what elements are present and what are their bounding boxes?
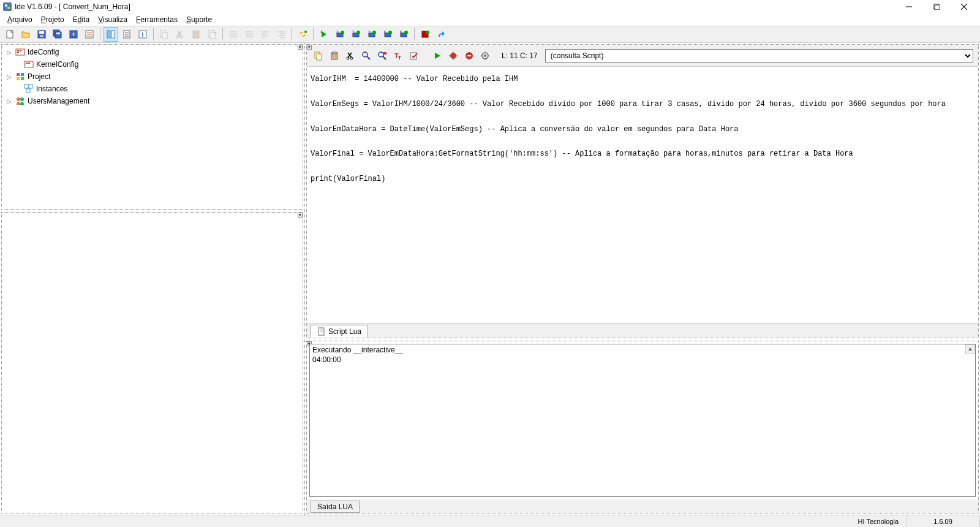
svg-point-87 bbox=[20, 97, 24, 101]
minimize-button[interactable] bbox=[895, 0, 922, 13]
titlebar: Ide V1.6.09 - [ Convert_Num_Hora] bbox=[0, 0, 980, 13]
svg-rect-11 bbox=[40, 35, 43, 37]
outdent-button[interactable] bbox=[226, 27, 241, 42]
tasks-button[interactable] bbox=[82, 27, 97, 42]
svg-rect-75 bbox=[17, 52, 19, 53]
main-toolbar: i + X X Y Y K K bbox=[0, 26, 980, 43]
editor-paste-button[interactable] bbox=[328, 49, 341, 63]
panel-handle[interactable]: ▾ bbox=[298, 45, 303, 50]
save-run-y2-button[interactable]: Y bbox=[364, 27, 379, 42]
copy-plus-button[interactable]: + bbox=[205, 27, 219, 42]
svg-rect-77 bbox=[26, 63, 28, 64]
align-right-button[interactable] bbox=[274, 27, 288, 42]
align-left-button[interactable] bbox=[258, 27, 273, 42]
editor-panel: ▾ TT L: 11 C: 17 (consulta Script) Va bbox=[306, 44, 979, 338]
menu-ferramentas[interactable]: Ferramentas bbox=[132, 14, 181, 25]
editor-replace-button[interactable] bbox=[375, 49, 389, 63]
toolbar-separator bbox=[153, 28, 154, 40]
tree-item-ideconfig[interactable]: ▷ IdeConfig bbox=[3, 46, 301, 58]
tree-label: KernelConfig bbox=[36, 60, 78, 69]
expander-icon[interactable]: ▷ bbox=[6, 49, 13, 56]
output-console[interactable]: Executando __interactive__ 04:00:00 bbox=[309, 344, 976, 497]
app-icon bbox=[2, 2, 12, 12]
open-file-button[interactable] bbox=[18, 27, 33, 42]
svg-point-98 bbox=[379, 52, 383, 57]
paste-button[interactable] bbox=[189, 27, 203, 42]
stop-button[interactable] bbox=[418, 27, 432, 42]
script-search-select[interactable]: (consulta Script) bbox=[545, 49, 973, 63]
left-column: ▾ ▷ IdeConfig KernelConfig ▷ Project bbox=[0, 43, 305, 515]
scroll-up-button[interactable] bbox=[965, 344, 975, 354]
svg-point-104 bbox=[450, 53, 456, 59]
svg-rect-73 bbox=[17, 50, 19, 51]
editor-cut-button[interactable] bbox=[344, 49, 357, 63]
document-icon bbox=[317, 327, 326, 336]
editor-debug-button[interactable] bbox=[447, 49, 460, 63]
svg-rect-84 bbox=[29, 85, 32, 88]
svg-point-96 bbox=[363, 52, 368, 57]
svg-rect-85 bbox=[26, 89, 30, 93]
code-editor[interactable]: ValorIHM = 14400000 -- Valor Recebido pe… bbox=[307, 67, 978, 323]
save-all-button[interactable] bbox=[50, 27, 65, 42]
export-arrow-button[interactable] bbox=[434, 27, 448, 42]
view-doc-button[interactable] bbox=[119, 27, 134, 42]
svg-text:X: X bbox=[320, 30, 323, 34]
svg-rect-91 bbox=[333, 52, 336, 54]
run-x-button[interactable]: X bbox=[317, 27, 331, 42]
info-button[interactable]: i bbox=[135, 27, 150, 42]
svg-line-99 bbox=[383, 56, 386, 59]
run-y-button[interactable]: X bbox=[333, 27, 347, 42]
link-button[interactable] bbox=[295, 27, 310, 42]
svg-text:T: T bbox=[398, 55, 401, 61]
svg-point-86 bbox=[17, 97, 20, 101]
panel-handle[interactable]: ▾ bbox=[307, 45, 312, 50]
tree-item-kernelconfig[interactable]: KernelConfig bbox=[3, 58, 301, 70]
editor-settings-button[interactable] bbox=[478, 49, 492, 63]
editor-copy-button[interactable] bbox=[312, 49, 325, 63]
save-run-k-button[interactable]: K bbox=[380, 27, 395, 42]
copy-button[interactable] bbox=[157, 27, 172, 42]
tab-script-lua[interactable]: Script Lua bbox=[311, 325, 368, 338]
tree-item-instances[interactable]: Instances bbox=[3, 83, 301, 95]
editor-find-button[interactable] bbox=[360, 49, 373, 63]
svg-text:K: K bbox=[384, 30, 386, 34]
toolbar-separator bbox=[222, 28, 223, 40]
editor-run-button[interactable] bbox=[431, 49, 444, 63]
svg-text:Y: Y bbox=[352, 30, 355, 34]
close-button[interactable] bbox=[950, 0, 978, 13]
svg-rect-78 bbox=[28, 63, 30, 64]
tree-label: IdeConfig bbox=[28, 48, 59, 56]
svg-point-2 bbox=[7, 7, 10, 9]
editor-check-button[interactable] bbox=[407, 49, 421, 63]
tree-item-project[interactable]: ▷ Project bbox=[3, 70, 301, 83]
menu-suporte[interactable]: Suporte bbox=[183, 14, 216, 25]
svg-point-68 bbox=[404, 31, 408, 34]
menu-arquivo[interactable]: Arquivo bbox=[4, 14, 36, 25]
tree-item-usersmanagement[interactable]: ▷ UsersManagement bbox=[3, 95, 301, 107]
svg-point-56 bbox=[341, 31, 344, 34]
menu-projeto[interactable]: Projeto bbox=[37, 14, 68, 25]
save-run-k2-button[interactable]: K bbox=[396, 27, 411, 42]
svg-rect-82 bbox=[21, 77, 24, 80]
editor-stop-button[interactable] bbox=[462, 49, 476, 63]
save-run-y-button[interactable]: Y bbox=[349, 27, 363, 42]
maximize-button[interactable] bbox=[922, 0, 950, 13]
svg-text:+: + bbox=[214, 30, 217, 36]
expander-icon[interactable]: ▷ bbox=[6, 98, 13, 105]
tree-label: UsersManagement bbox=[28, 97, 89, 105]
view-tree-button[interactable] bbox=[104, 27, 118, 42]
new-file-button[interactable] bbox=[2, 27, 17, 42]
menu-edita[interactable]: Edita bbox=[69, 14, 93, 25]
tab-saida-lua[interactable]: Saída LUA bbox=[311, 501, 360, 513]
menu-visualiza[interactable]: Visualiza bbox=[94, 14, 131, 25]
panel-handle[interactable]: ▾ bbox=[298, 213, 303, 218]
main-area: ▾ ▷ IdeConfig KernelConfig ▷ Project bbox=[0, 43, 980, 515]
save-button[interactable] bbox=[34, 27, 49, 42]
cut-button[interactable] bbox=[173, 27, 187, 42]
expander-icon[interactable]: ▷ bbox=[6, 74, 13, 80]
editor-format-button[interactable]: TT bbox=[391, 49, 405, 63]
indent-button[interactable] bbox=[242, 27, 257, 42]
svg-rect-89 bbox=[317, 54, 322, 60]
svg-point-1 bbox=[5, 4, 7, 7]
export-button[interactable] bbox=[66, 27, 81, 42]
